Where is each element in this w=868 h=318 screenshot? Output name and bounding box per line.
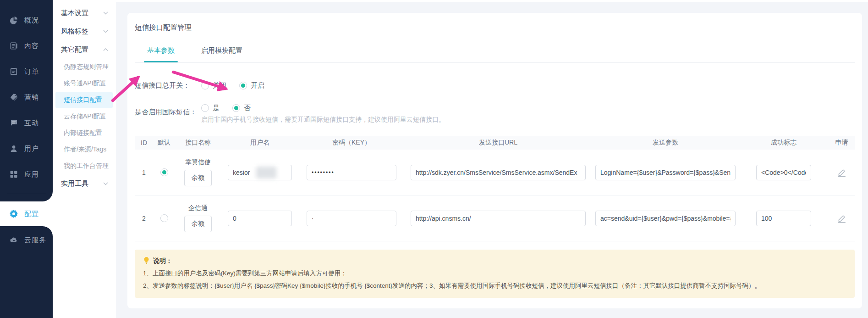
tab-module-config[interactable]: 启用模块配置	[200, 46, 244, 62]
radio-option-yes[interactable]: 是	[201, 104, 220, 112]
menu-item-label: 伪静态规则管理	[64, 63, 109, 71]
tab-bar: 基本参数 启用模块配置	[135, 46, 855, 63]
menu-item-cloud-storage-api[interactable]: 云存储API配置	[53, 108, 116, 125]
sidebar-item-interaction[interactable]: 互动	[0, 110, 53, 136]
default-radio[interactable]	[160, 214, 168, 222]
sms-config-card: 短信接口配置管理 基本参数 启用模块配置 短信接口总开关： 关闭 开启	[127, 13, 862, 308]
note-box: 说明： 1、上面接口的用户名及密码(Key)需要到第三方网站申请后填入方可使用；…	[135, 250, 855, 298]
menu-item-label: 作者/来源/Tags	[64, 145, 106, 154]
users-icon	[10, 145, 18, 153]
page-title: 短信接口配置管理	[135, 13, 855, 33]
menu-group-label: 基本设置	[61, 9, 88, 17]
sidebar-item-content[interactable]: 内容	[0, 33, 53, 59]
radio-option-off[interactable]: 关闭	[201, 81, 226, 90]
menu-group-utilities[interactable]: 实用工具	[53, 174, 116, 193]
menu-item-sms-api-config[interactable]: 短信接口配置	[55, 92, 113, 108]
col-header-username: 用户名	[221, 139, 299, 147]
sidebar-item-label: 订单	[24, 67, 39, 76]
sms-master-switch-label: 短信接口总开关：	[135, 81, 201, 90]
international-sms-label: 是否启用国际短信：	[135, 104, 201, 117]
menu-group-label: 实用工具	[61, 179, 88, 188]
menu-item-my-workbench[interactable]: 我的工作台管理	[53, 158, 116, 174]
sidebar-item-apps[interactable]: 应用	[0, 162, 53, 187]
radio-yes[interactable]	[201, 104, 209, 112]
note-line-1: 1、上面接口的用户名及密码(Key)需要到第三方网站申请后填入方可使用；	[143, 267, 846, 279]
radio-option-on[interactable]: 开启	[239, 81, 264, 90]
username-wrap	[228, 165, 292, 180]
radio-no[interactable]	[232, 104, 240, 112]
international-sms-help: 启用非国内手机号接收短信，需要开通国际短信接口支持，建议使用阿里云短信接口。	[201, 116, 445, 124]
edit-pencil-icon[interactable]	[837, 167, 846, 177]
sidebar-item-label: 云服务	[24, 236, 46, 245]
radio-label: 开启	[251, 81, 264, 90]
password-input[interactable]	[307, 165, 396, 180]
menu-group-style-tags[interactable]: 风格标签	[53, 22, 116, 40]
username-input[interactable]	[228, 165, 292, 180]
cloud-icon	[10, 236, 18, 244]
tab-basic-params[interactable]: 基本参数	[146, 46, 176, 62]
sidebar-divider	[7, 193, 46, 193]
bulb-icon	[143, 257, 150, 266]
send-url-input[interactable]	[411, 165, 586, 180]
settings-submenu: 基本设置 风格标签 其它配置 伪静态规则管理 账号通API配置 短信接口配置 云…	[53, 0, 116, 318]
menu-item-label: 内部链接配置	[64, 129, 102, 137]
password-input[interactable]	[307, 211, 396, 226]
interaction-icon	[10, 119, 18, 127]
sidebar-item-label: 内容	[24, 42, 39, 50]
sidebar-item-marketing[interactable]: 营销	[0, 84, 53, 110]
sidebar-item-label: 用户	[24, 145, 39, 153]
radio-option-no[interactable]: 否	[232, 104, 251, 112]
chevron-down-icon	[103, 182, 108, 185]
balance-button[interactable]: 余额	[184, 170, 212, 186]
success-flag-input[interactable]	[756, 211, 811, 226]
sidebar-item-config[interactable]: 配置	[0, 201, 39, 226]
col-header-password: 密码（KEY）	[299, 139, 404, 147]
menu-item-account-api[interactable]: 账号通API配置	[53, 75, 116, 92]
international-sms-row: 是否启用国际短信： 是 否 启用非国内手机号接收短信，需要开通国际短信接口支持，…	[135, 104, 855, 124]
note-line-2: 2、发送参数的标签说明：{$user}用户名 {$pass}密码Key {$mo…	[143, 279, 846, 292]
primary-sidebar-top-block: 概况 内容 订单 营销 互动 用户	[0, 0, 53, 201]
radio-off[interactable]	[201, 82, 209, 89]
primary-sidebar-active-notch: 配置	[0, 201, 53, 226]
edit-pencil-icon[interactable]	[837, 213, 846, 223]
sidebar-item-orders[interactable]: 订单	[0, 59, 53, 84]
chevron-down-icon	[103, 11, 108, 15]
sidebar-item-label: 配置	[24, 210, 39, 218]
main-content: 短信接口配置管理 基本参数 启用模块配置 短信接口总开关： 关闭 开启	[116, 0, 868, 318]
gear-icon	[10, 210, 18, 218]
interface-name: 掌翼信使	[185, 158, 211, 167]
radio-on[interactable]	[239, 82, 247, 89]
sidebar-item-users[interactable]: 用户	[0, 136, 53, 162]
menu-item-pseudo-static-rules[interactable]: 伪静态规则管理	[53, 59, 116, 75]
overview-icon	[10, 16, 18, 24]
radio-label: 关闭	[213, 81, 226, 90]
menu-group-label: 其它配置	[61, 45, 88, 54]
radio-label: 是	[213, 104, 220, 112]
menu-item-label: 我的工作台管理	[64, 162, 109, 170]
interface-name: 企信通	[188, 204, 208, 212]
sms-interface-table: ID 默认 接口名称 用户名 密码（KEY） 发送接口URL 发送参数 成功标志…	[135, 136, 855, 241]
sidebar-item-overview[interactable]: 概况	[0, 7, 53, 33]
table-row: 2 企信通 余额	[135, 195, 855, 241]
success-flag-input[interactable]	[756, 165, 811, 180]
primary-sidebar-bottom-block: 云服务	[0, 226, 53, 318]
menu-item-label: 云存储API配置	[64, 112, 106, 121]
username-input[interactable]	[228, 211, 292, 226]
send-params-input[interactable]	[595, 211, 736, 226]
note-title-text: 说明：	[153, 257, 172, 265]
menu-group-other-config[interactable]: 其它配置	[53, 40, 116, 59]
menu-item-internal-links[interactable]: 内部链接配置	[53, 125, 116, 141]
sidebar-item-cloud[interactable]: 云服务	[0, 227, 53, 253]
balance-button[interactable]: 余额	[184, 216, 212, 232]
row-id: 1	[135, 169, 153, 176]
apps-icon	[10, 170, 18, 179]
top-strip	[116, 0, 868, 2]
primary-sidebar: 概况 内容 订单 营销 互动 用户	[0, 0, 53, 318]
send-url-input[interactable]	[411, 211, 586, 226]
sidebar-item-label: 营销	[24, 93, 39, 102]
menu-item-author-source-tags[interactable]: 作者/来源/Tags	[53, 141, 116, 158]
row-id: 2	[135, 215, 153, 222]
default-radio[interactable]	[160, 168, 168, 176]
send-params-input[interactable]	[595, 165, 736, 180]
menu-group-basic-settings[interactable]: 基本设置	[53, 4, 116, 22]
